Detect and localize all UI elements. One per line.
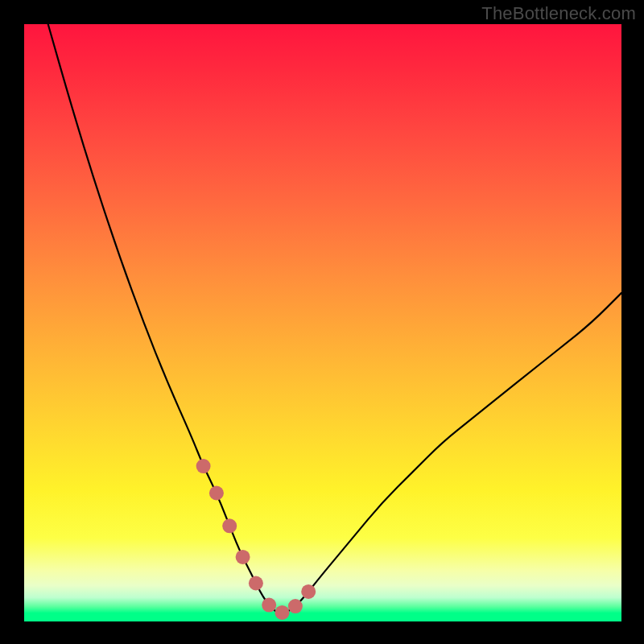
highlight-dot bbox=[301, 584, 316, 599]
highlight-dots bbox=[196, 459, 316, 620]
chart-stage: TheBottleneck.com bbox=[0, 0, 644, 644]
highlight-dot bbox=[196, 459, 211, 473]
chart-overlay bbox=[24, 24, 621, 621]
watermark-text: TheBottleneck.com bbox=[481, 3, 636, 24]
bottleneck-curve bbox=[48, 24, 621, 613]
highlight-dot bbox=[288, 599, 303, 613]
highlight-dot bbox=[209, 486, 224, 501]
chart-plot-area bbox=[24, 24, 621, 621]
highlight-dot bbox=[275, 605, 290, 620]
highlight-dot bbox=[262, 598, 276, 613]
highlight-dot bbox=[236, 550, 250, 564]
highlight-dot bbox=[249, 576, 263, 591]
highlight-dot bbox=[222, 518, 237, 533]
